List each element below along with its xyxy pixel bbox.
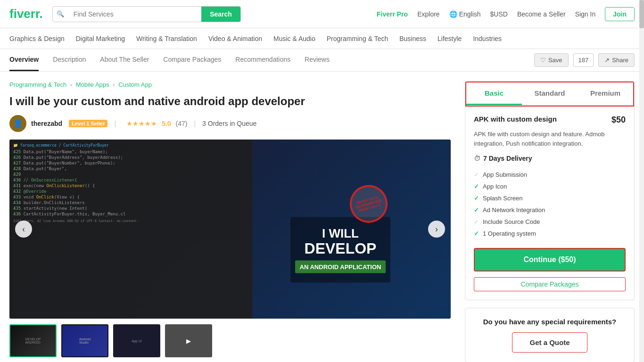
code-line-9: 433 void OnClick(View v) { — [13, 195, 248, 199]
search-icon: 🔍 — [53, 7, 68, 22]
sign-in-link[interactable]: Sign In — [575, 10, 596, 18]
share-button[interactable]: ↗ Share — [598, 53, 635, 67]
language-label: English — [459, 10, 481, 18]
feature-label-0: App Submission — [483, 171, 527, 178]
nav-item-graphics[interactable]: Graphics & Design — [9, 33, 65, 44]
divider-1: | — [114, 120, 116, 127]
code-panel: 📁 farooq.ecommerce / CartActivityForBuye… — [9, 140, 252, 319]
left-column: Programming & Tech › Mobile Apps › Custo… — [9, 81, 451, 362]
nav-item-business[interactable]: Business — [399, 33, 426, 44]
banner-text: MONEY BACK GUARANTEE MONEY BACK I WILL D… — [230, 176, 451, 283]
nav-item-digital[interactable]: Digital Marketing — [76, 33, 125, 44]
seller-level-badge: Level 1 Seller — [69, 120, 107, 127]
right-column: Basic Standard Premium APK with custom d… — [465, 81, 635, 362]
nav-item-video[interactable]: Video & Animation — [208, 33, 262, 44]
slider-next-button[interactable]: › — [428, 221, 445, 238]
code-line-status: 3102 chars, 42 line breaks 300:52 LF UTF… — [13, 219, 248, 223]
feature-label-2: Splash Screen — [483, 195, 523, 202]
nav-item-writing[interactable]: Writing & Translation — [136, 33, 197, 44]
pkg-tab-premium[interactable]: Premium — [578, 82, 633, 105]
scrollbar-thumb[interactable] — [639, 0, 644, 28]
tab-about-seller[interactable]: About The Seller — [100, 49, 149, 71]
tab-recommendations[interactable]: Recommendations — [235, 49, 290, 71]
feature-splash-screen: ✓ Splash Screen — [474, 192, 626, 204]
feature-label-1: App Icon — [483, 183, 507, 190]
nav-item-industries[interactable]: Industries — [473, 33, 502, 44]
heart-icon: ♡ — [540, 57, 546, 64]
quote-card: Do you have any special requirements? Ge… — [465, 308, 635, 362]
scrollbar-track[interactable] — [639, 0, 644, 362]
tab-overview[interactable]: Overview — [9, 49, 39, 71]
thumbnail-3[interactable]: App UI — [113, 324, 160, 357]
thumb-label-3: App UI — [132, 339, 141, 343]
search-input[interactable] — [68, 7, 201, 22]
code-line-12: 436 CartActivityForBuyer.this, Buyer_Men… — [13, 212, 248, 216]
banner-line3: AN ANDROID APPLICATION — [295, 261, 386, 273]
slider-prev-button[interactable]: ‹ — [15, 221, 32, 238]
breadcrumb-programming[interactable]: Programming & Tech — [9, 81, 66, 88]
globe-icon: 🌐 — [449, 10, 457, 18]
check-icon-4: ✓ — [474, 218, 479, 225]
nav-item-music[interactable]: Music & Audio — [273, 33, 315, 44]
compare-packages-link[interactable]: Compare Packages — [474, 277, 626, 291]
nav-item-lifestyle[interactable]: Lifestyle — [438, 33, 462, 44]
save-button[interactable]: ♡ Save — [534, 53, 569, 67]
fiverr-pro-link[interactable]: Fiverr Pro — [377, 10, 408, 18]
tab-compare-packages[interactable]: Compare Packages — [163, 49, 221, 71]
feature-label-3: Ad Network Integration — [483, 206, 545, 214]
tab-reviews[interactable]: Reviews — [305, 49, 330, 71]
package-tabs-wrapper: Basic Standard Premium — [465, 82, 634, 107]
become-seller-link[interactable]: Become a Seller — [517, 10, 566, 18]
pkg-tab-standard[interactable]: Standard — [522, 82, 578, 105]
search-bar: 🔍 Search — [52, 6, 241, 22]
thumbnail-2[interactable]: AndroidStudio — [61, 324, 108, 357]
orders-queue: 3 Orders in Queue — [202, 120, 256, 127]
continue-button[interactable]: Continue ($50) — [474, 248, 626, 272]
get-quote-button[interactable]: Get a Quote — [512, 332, 587, 353]
divider-2: | — [194, 120, 196, 127]
breadcrumb-sep-1: › — [70, 81, 74, 88]
header: fiverr. 🔍 Search Fiverr Pro Explore 🌐 En… — [0, 0, 644, 28]
language-button[interactable]: 🌐 English — [449, 10, 481, 18]
gig-title: I will be your custom and native android… — [9, 94, 451, 108]
currency-button[interactable]: $USD — [490, 10, 508, 18]
tabs-right: ♡ Save 187 ↗ Share — [534, 53, 635, 67]
save-count: 187 — [573, 53, 594, 67]
image-slider: 📁 farooq.ecommerce / CartActivityForBuye… — [9, 140, 451, 319]
code-line-7: 431 exec(new OnClickListener() { — [13, 183, 248, 188]
join-button[interactable]: Join — [605, 7, 635, 21]
thumb-label-1: DEVELOPANDROID — [25, 337, 41, 344]
logo-dot: . — [40, 7, 43, 21]
seller-name[interactable]: therezabd — [31, 120, 62, 127]
code-line-2: 426 Data.put("BuyerAddress", buyerAddres… — [13, 155, 248, 160]
rating-value: 5.0 — [162, 120, 171, 127]
feature-app-submission: ✓ App Submission — [474, 169, 626, 181]
breadcrumb-custom-app[interactable]: Custom App — [118, 81, 152, 88]
feature-ad-network: ✓ Ad Network Integration — [474, 204, 626, 216]
seller-avatar[interactable]: 👤 — [9, 115, 26, 132]
breadcrumb-sep-2: › — [113, 81, 116, 88]
explore-link[interactable]: Explore — [417, 10, 439, 18]
banner-line1: I WILL — [295, 227, 386, 240]
banner-line2: DEVELOP — [295, 240, 386, 256]
tab-description[interactable]: Description — [53, 49, 86, 71]
feature-source-code: ✓ Include Source Code — [474, 216, 626, 228]
feature-label-4: Include Source Code — [483, 218, 540, 225]
package-tabs: Basic Standard Premium — [466, 82, 633, 106]
logo[interactable]: fiverr. — [9, 7, 43, 21]
package-title-row: APK with custom design $50 — [474, 115, 626, 125]
star-rating: ★★★★★ — [126, 120, 157, 127]
check-icon-1: ✓ — [474, 183, 479, 190]
feature-list: ✓ App Submission ✓ App Icon ✓ Splash Scr… — [474, 169, 626, 239]
thumbnail-1[interactable]: DEVELOPANDROID — [9, 324, 57, 357]
breadcrumb-mobile-apps[interactable]: Mobile Apps — [76, 81, 109, 88]
pkg-tab-basic[interactable]: Basic — [466, 82, 522, 105]
search-button[interactable]: Search — [201, 7, 240, 22]
share-label: Share — [612, 57, 628, 64]
feature-operating-system: ✓ 1 Operating system — [474, 228, 626, 239]
more-thumbnails[interactable]: ▶ — [165, 324, 212, 357]
nav-item-programming[interactable]: Programming & Tech — [327, 33, 388, 44]
feature-label-5: 1 Operating system — [483, 230, 536, 237]
package-delivery: ⏱ 7 Days Delivery — [474, 155, 626, 162]
feature-app-icon: ✓ App Icon — [474, 181, 626, 192]
